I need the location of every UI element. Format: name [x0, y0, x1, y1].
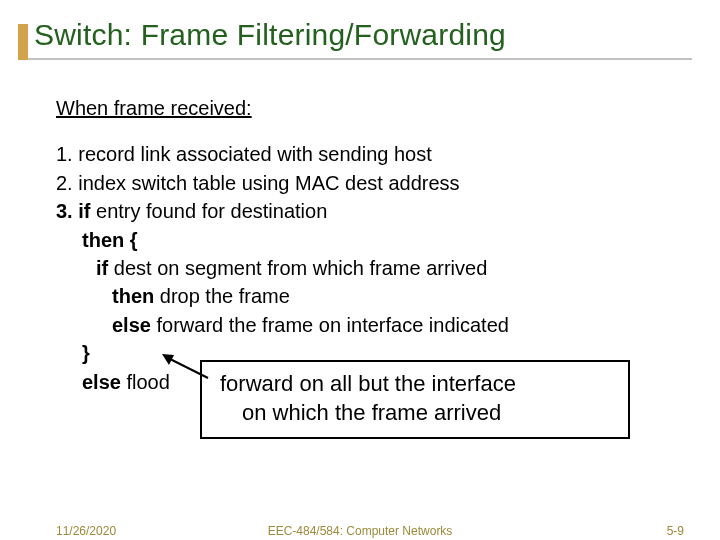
callout-box: forward on all but the interface on whic…: [200, 360, 630, 439]
callout-line-2: on which the frame arrived: [220, 399, 610, 428]
then-open: then {: [82, 226, 670, 254]
slide-body: When frame received: 1. record link asso…: [56, 94, 670, 396]
slide: Switch: Frame Filtering/Forwarding When …: [0, 0, 720, 540]
then-drop-text: drop the frame: [154, 285, 290, 307]
step-1: 1. record link associated with sending h…: [56, 140, 670, 168]
kw-else: else: [112, 314, 151, 336]
then-drop: then drop the frame: [112, 282, 670, 310]
callout: forward on all but the interface on whic…: [200, 360, 630, 439]
inner-if: if dest on segment from which frame arri…: [96, 254, 670, 282]
title-underline: [18, 58, 692, 60]
brace: }: [82, 342, 90, 364]
footer-page: 5-9: [667, 524, 684, 538]
step-3: 3. if entry found for destination: [56, 197, 670, 225]
kw-else-flood: else: [82, 371, 121, 393]
kw-if: 3. if: [56, 200, 90, 222]
kw-then: then: [112, 285, 154, 307]
step-2: 2. index switch table using MAC dest add…: [56, 169, 670, 197]
slide-title: Switch: Frame Filtering/Forwarding: [34, 12, 692, 52]
received-label: When frame received:: [56, 94, 670, 122]
kw-then-open: then {: [82, 229, 138, 251]
inner-if-text: dest on segment from which frame arrived: [108, 257, 487, 279]
callout-line-1: forward on all but the interface: [220, 370, 610, 399]
title-accent-bar: [18, 24, 28, 60]
else-forward: else forward the frame on interface indi…: [112, 311, 670, 339]
step-3-text: entry found for destination: [90, 200, 327, 222]
else-forward-text: forward the frame on interface indicated: [151, 314, 509, 336]
kw-if2: if: [96, 257, 108, 279]
footer-course: EEC-484/584: Computer Networks: [0, 524, 720, 538]
title-block: Switch: Frame Filtering/Forwarding: [18, 12, 692, 60]
